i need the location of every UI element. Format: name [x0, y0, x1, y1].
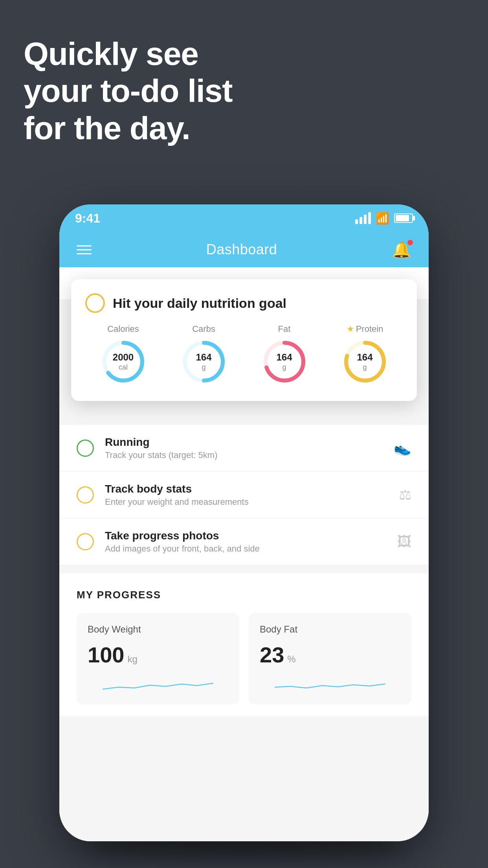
- body-weight-card[interactable]: Body Weight 100 kg: [77, 613, 239, 704]
- running-icon: 👟: [394, 440, 411, 456]
- body-fat-value: 23: [260, 642, 284, 668]
- running-circle: [77, 440, 94, 457]
- calories-unit: cal: [113, 363, 134, 372]
- signal-icon: [355, 212, 371, 224]
- phone-wrapper: 9:41 📶 Dashboard: [59, 204, 429, 841]
- running-subtitle: Track your stats (target: 5km): [105, 450, 394, 460]
- running-text-block: Running Track your stats (target: 5km): [105, 436, 394, 460]
- body-weight-card-title: Body Weight: [88, 624, 228, 635]
- fat-unit: g: [276, 363, 292, 372]
- status-time: 9:41: [75, 211, 100, 226]
- status-bar: 9:41 📶: [59, 204, 429, 232]
- body-weight-unit: kg: [127, 654, 137, 665]
- notification-dot: [407, 240, 413, 245]
- header-title: Dashboard: [206, 241, 277, 258]
- todo-list: Running Track your stats (target: 5km) 👟…: [59, 425, 429, 565]
- nutrition-fat: Fat 164 g: [246, 324, 322, 385]
- content-area: THINGS TO DO TODAY Hit your daily nutrit…: [59, 267, 429, 841]
- progress-section-title: MY PROGRESS: [77, 589, 411, 601]
- nutrition-calories: Calories 2000 cal: [85, 324, 161, 385]
- body-stats-subtitle: Enter your weight and measurements: [105, 497, 399, 507]
- progress-photos-circle: [77, 533, 94, 550]
- body-weight-sparkline: [88, 675, 228, 695]
- running-title: Running: [105, 436, 394, 449]
- nutrition-grid: Calories 2000 cal: [85, 324, 403, 385]
- protein-value: 164: [357, 352, 372, 363]
- nutrition-protein: ★ Protein 164 g: [327, 324, 403, 385]
- hamburger-menu-button[interactable]: [77, 245, 92, 254]
- headline: Quickly see your to-do list for the day.: [24, 35, 233, 147]
- body-stats-circle: [77, 486, 94, 504]
- progress-section: MY PROGRESS Body Weight 100 kg Body: [59, 573, 429, 716]
- body-fat-sparkline: [260, 675, 400, 695]
- notifications-button[interactable]: 🔔: [392, 241, 411, 259]
- progress-photos-subtitle: Add images of your front, back, and side: [105, 544, 397, 554]
- todo-item-body-stats[interactable]: Track body stats Enter your weight and m…: [59, 472, 429, 519]
- carbs-donut: 164 g: [180, 338, 227, 385]
- protein-label: Protein: [356, 324, 383, 334]
- todo-item-progress-photos[interactable]: Take progress photos Add images of your …: [59, 519, 429, 565]
- progress-photos-text-block: Take progress photos Add images of your …: [105, 530, 397, 554]
- body-fat-card-title: Body Fat: [260, 624, 400, 635]
- nutrition-check-circle: [85, 293, 105, 313]
- fat-label: Fat: [278, 324, 291, 334]
- todo-item-running[interactable]: Running Track your stats (target: 5km) 👟: [59, 425, 429, 472]
- calories-donut: 2000 cal: [100, 338, 147, 385]
- carbs-value: 164: [196, 352, 211, 363]
- body-weight-value: 100: [88, 642, 124, 668]
- body-fat-unit: %: [287, 654, 295, 665]
- progress-photos-title: Take progress photos: [105, 530, 397, 542]
- carbs-label: Carbs: [192, 324, 215, 334]
- fat-value: 164: [276, 352, 292, 363]
- calories-label: Calories: [107, 324, 139, 334]
- calories-value: 2000: [113, 352, 134, 363]
- battery-icon: [394, 213, 413, 223]
- wifi-icon: 📶: [376, 212, 389, 225]
- protein-unit: g: [357, 363, 372, 372]
- phone-shell: 9:41 📶 Dashboard: [59, 204, 429, 841]
- app-header: Dashboard 🔔: [59, 232, 429, 267]
- protein-star-icon: ★: [347, 324, 354, 334]
- carbs-unit: g: [196, 363, 211, 372]
- fat-donut: 164 g: [261, 338, 308, 385]
- protein-donut: 164 g: [341, 338, 389, 385]
- progress-cards-grid: Body Weight 100 kg Body Fat 23: [77, 613, 411, 704]
- status-icons: 📶: [355, 212, 413, 225]
- body-stats-icon: ⚖: [399, 487, 411, 503]
- body-fat-card[interactable]: Body Fat 23 %: [249, 613, 411, 704]
- nutrition-card-title: Hit your daily nutrition goal: [113, 296, 286, 311]
- progress-photos-icon: 🖼: [397, 533, 411, 550]
- body-stats-title: Track body stats: [105, 483, 399, 495]
- nutrition-card[interactable]: Hit your daily nutrition goal Calories: [71, 279, 417, 401]
- body-stats-text-block: Track body stats Enter your weight and m…: [105, 483, 399, 507]
- nutrition-carbs: Carbs 164 g: [166, 324, 242, 385]
